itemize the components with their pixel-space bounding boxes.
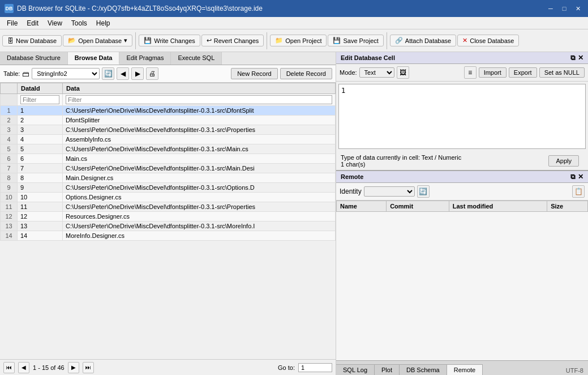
row-data-cell[interactable]: Main.cs	[63, 154, 336, 164]
row-data-id-cell[interactable]: 3	[18, 125, 63, 135]
row-data-id-cell[interactable]: 14	[18, 231, 63, 241]
save-project-button[interactable]: 💾 Save Project	[328, 35, 383, 46]
write-changes-button[interactable]: 💾 Write Changes	[139, 35, 200, 46]
table-select[interactable]: StringInfo2	[32, 68, 100, 79]
table-row[interactable]: 4 4 AssemblyInfo.cs	[1, 135, 336, 144]
row-data-cell[interactable]: AssemblyInfo.cs	[63, 135, 336, 144]
table-row[interactable]: 9 9 C:\Users\Peter\OneDrive\MiscDevel\df…	[1, 183, 336, 193]
print-button[interactable]: 🖨	[146, 67, 158, 80]
table-row[interactable]: 11 11 C:\Users\Peter\OneDrive\MiscDevel\…	[1, 202, 336, 212]
close-database-button[interactable]: ✕ Close Database	[457, 35, 519, 46]
tab-sql-log[interactable]: SQL Log	[336, 364, 375, 375]
row-data-id-cell[interactable]: 11	[18, 202, 63, 212]
close-button[interactable]: ✕	[572, 3, 583, 14]
table-row[interactable]: 7 7 C:\Users\Peter\OneDrive\MiscDevel\df…	[1, 164, 336, 173]
row-data-cell[interactable]: Main.Designer.cs	[63, 173, 336, 183]
tab-database-structure[interactable]: Database Structure	[0, 52, 68, 65]
table-row[interactable]: 6 6 Main.cs	[1, 154, 336, 164]
table-row[interactable]: 2 2 DfontSplitter	[1, 116, 336, 125]
remote-action-button[interactable]: 📋	[572, 185, 585, 198]
row-data-cell[interactable]: MoreInfo.Designer.cs	[63, 231, 336, 241]
row-data-cell[interactable]: DfontSplitter	[63, 116, 336, 125]
row-data-id-cell[interactable]: 4	[18, 135, 63, 144]
menu-file[interactable]: File	[2, 18, 22, 28]
tab-execute-sql[interactable]: Execute SQL	[171, 52, 222, 65]
table-row[interactable]: 3 3 C:\Users\Peter\OneDrive\MiscDevel\df…	[1, 125, 336, 135]
delete-record-button[interactable]: Delete Record	[280, 68, 332, 79]
identity-select[interactable]	[364, 186, 415, 197]
row-data-id-cell[interactable]: 6	[18, 154, 63, 164]
table-row[interactable]: 13 13 C:\Users\Peter\OneDrive\MiscDevel\…	[1, 221, 336, 231]
row-data-id-cell[interactable]: 8	[18, 173, 63, 183]
row-data-cell[interactable]: C:\Users\Peter\OneDrive\MiscDevel\dfonts…	[63, 221, 336, 231]
tab-db-schema[interactable]: DB Schema	[400, 364, 447, 375]
nav-last-button[interactable]: ⏭	[83, 362, 94, 373]
menu-help[interactable]: Help	[92, 18, 115, 28]
row-data-cell[interactable]: Options.Designer.cs	[63, 193, 336, 202]
table-row[interactable]: 14 14 MoreInfo.Designer.cs	[1, 231, 336, 241]
table-row[interactable]: 5 5 C:\Users\Peter\OneDrive\MiscDevel\df…	[1, 144, 336, 154]
tab-plot[interactable]: Plot	[375, 364, 400, 375]
menu-edit[interactable]: Edit	[22, 18, 43, 28]
row-data-cell[interactable]: C:\Users\Peter\OneDrive\MiscDevel\dfonts…	[63, 183, 336, 193]
row-data-cell[interactable]: C:\Users\Peter\OneDrive\MiscDevel\dfonts…	[63, 125, 336, 135]
remote-restore-icon[interactable]: ⧉	[570, 173, 576, 181]
row-data-id-cell[interactable]: 2	[18, 116, 63, 125]
row-data-id-cell[interactable]: 9	[18, 183, 63, 193]
minimize-button[interactable]: ─	[545, 3, 556, 14]
row-data-cell[interactable]: C:\Users\Peter\OneDrive\MiscDevel\dfonts…	[63, 106, 336, 116]
row-data-id-cell[interactable]: 12	[18, 212, 63, 221]
filter-data-id[interactable]	[18, 94, 63, 106]
open-project-button[interactable]: 📁 Open Project	[270, 35, 327, 46]
table-row[interactable]: 10 10 Options.Designer.cs	[1, 193, 336, 202]
set-null-button[interactable]: Set as NULL	[539, 67, 585, 78]
table-row[interactable]: 1 1 C:\Users\Peter\OneDrive\MiscDevel\df…	[1, 106, 336, 116]
filter-input-data[interactable]	[66, 95, 332, 104]
row-data-id-cell[interactable]: 13	[18, 221, 63, 231]
remote-close-icon[interactable]: ✕	[578, 173, 583, 181]
tab-remote[interactable]: Remote	[447, 364, 483, 375]
browse-next-button[interactable]: ▶	[131, 67, 144, 80]
row-data-id-cell[interactable]: 1	[18, 106, 63, 116]
menu-tools[interactable]: Tools	[67, 18, 92, 28]
row-data-id-cell[interactable]: 10	[18, 193, 63, 202]
goto-input[interactable]	[298, 363, 332, 372]
remote-table-container[interactable]: Name Commit Last modified Size	[336, 201, 588, 360]
row-data-cell[interactable]: C:\Users\Peter\OneDrive\MiscDevel\dfonts…	[63, 144, 336, 154]
attach-database-button[interactable]: 🔗 Attach Database	[390, 35, 456, 46]
revert-changes-button[interactable]: ↩ Revert Changes	[201, 35, 264, 46]
open-database-button[interactable]: 📂 Open Database ▾	[63, 35, 132, 46]
tab-browse-data[interactable]: Browse Data	[68, 52, 120, 65]
import-button[interactable]: Import	[479, 67, 507, 78]
cell-textarea[interactable]: 1	[338, 84, 586, 149]
mode-select[interactable]: Text Binary Null	[359, 67, 394, 78]
identity-refresh-button[interactable]: 🔄	[417, 185, 430, 198]
edit-cell-close-icon[interactable]: ✕	[578, 54, 583, 62]
row-data-cell[interactable]: C:\Users\Peter\OneDrive\MiscDevel\dfonts…	[63, 202, 336, 212]
new-database-button[interactable]: 🗄 New Database	[2, 35, 62, 46]
row-data-cell[interactable]: Resources.Designer.cs	[63, 212, 336, 221]
data-table-container[interactable]: DataId Data 1 1 C:\Users\Peter\OneDrive\…	[0, 83, 336, 359]
menu-view[interactable]: View	[43, 18, 67, 28]
align-left-button[interactable]: ≡	[464, 66, 477, 79]
export-button[interactable]: Export	[509, 67, 537, 78]
nav-first-button[interactable]: ⏮	[3, 362, 15, 373]
maximize-button[interactable]: □	[559, 3, 570, 14]
table-row[interactable]: 12 12 Resources.Designer.cs	[1, 212, 336, 221]
browse-prev-button[interactable]: ◀	[117, 67, 129, 80]
row-data-id-cell[interactable]: 7	[18, 164, 63, 173]
refresh-table-button[interactable]: 🔄	[102, 67, 114, 80]
mode-image-button[interactable]: 🖼	[397, 66, 409, 79]
table-row[interactable]: 8 8 Main.Designer.cs	[1, 173, 336, 183]
new-record-button[interactable]: New Record	[231, 68, 278, 79]
filter-data[interactable]	[63, 94, 336, 106]
col-header-data[interactable]: Data	[63, 83, 336, 94]
apply-button[interactable]: Apply	[548, 155, 579, 167]
col-header-data-id[interactable]: DataId	[18, 83, 63, 94]
row-data-cell[interactable]: C:\Users\Peter\OneDrive\MiscDevel\dfonts…	[63, 164, 336, 173]
tab-edit-pragmas[interactable]: Edit Pragmas	[119, 52, 171, 65]
edit-cell-restore-icon[interactable]: ⧉	[570, 54, 576, 62]
filter-input-data-id[interactable]	[20, 95, 59, 104]
row-data-id-cell[interactable]: 5	[18, 144, 63, 154]
nav-next-button[interactable]: ▶	[68, 362, 79, 373]
